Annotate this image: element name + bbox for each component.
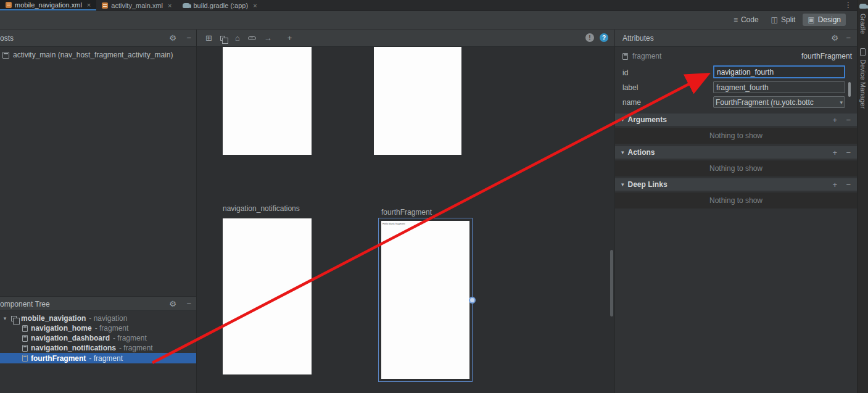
xml-file-icon — [102, 2, 108, 9]
hide-panel-icon[interactable]: − — [186, 300, 191, 308]
component-name: fourthFragment — [801, 52, 852, 60]
name-label: name — [622, 98, 641, 107]
tree-item-navigation-home[interactable]: navigation_home - fragment — [0, 323, 196, 333]
tree-item-type: - navigation — [89, 314, 127, 323]
remove-action-icon[interactable]: − — [846, 148, 851, 157]
tree-item-name: navigation_dashboard — [31, 334, 110, 342]
add-action-icon[interactable]: + — [832, 148, 837, 157]
action-connection-handle[interactable] — [469, 297, 476, 304]
divider[interactable] — [614, 30, 615, 393]
gradle-icon[interactable] — [859, 4, 867, 9]
panel-scrollbar[interactable] — [848, 82, 851, 97]
canvas-scrollbar[interactable] — [610, 250, 613, 316]
split-icon: ◫ — [771, 15, 778, 24]
host-item-label: activity_main (nav_host_fragment_activit… — [13, 51, 173, 59]
design-view-button[interactable]: ▣ Design — [803, 14, 846, 26]
id-label: id — [622, 68, 628, 77]
fragment-icon — [22, 355, 28, 362]
name-dropdown-value: FourthFragment (ru.yotc.bottc — [716, 98, 814, 107]
tab-build-gradle[interactable]: build.gradle (:app) × — [177, 0, 262, 10]
add-destination-icon[interactable]: ⊞ — [205, 33, 212, 43]
label-input[interactable] — [713, 81, 845, 93]
design-label: Design — [818, 15, 841, 24]
activity-icon — [2, 52, 9, 59]
device-manager-icon[interactable] — [860, 48, 866, 56]
section-title: Deep Links — [628, 180, 668, 189]
tree-item-type: - fragment — [119, 344, 153, 352]
deep-link-icon[interactable] — [248, 36, 256, 40]
component-tree: ▾ mobile_navigation - navigation navigat… — [0, 311, 196, 393]
auto-arrange-icon[interactable] — [220, 36, 225, 41]
tree-item-navigation-dashboard[interactable]: navigation_dashboard - fragment — [0, 333, 196, 343]
close-icon[interactable]: × — [168, 2, 172, 9]
fragment-icon — [22, 335, 28, 342]
action-arrow-icon[interactable]: → — [264, 33, 272, 43]
design-icon: ▣ — [808, 15, 814, 24]
fragment-preview-fourth-selected[interactable]: Hello blank fragment — [378, 218, 473, 382]
actions-empty-state: Nothing to show — [615, 160, 857, 176]
tab-label: activity_main.xml — [111, 2, 163, 9]
tree-item-type: - fragment — [95, 324, 129, 333]
fragment-icon — [622, 53, 628, 60]
tree-item-type: - fragment — [89, 354, 123, 363]
add-deep-link-icon[interactable]: + — [832, 180, 837, 189]
tree-item-fourthfragment-selected[interactable]: fourthFragment - fragment — [0, 353, 196, 363]
hide-panel-icon[interactable]: − — [186, 34, 191, 42]
host-item-activity-main[interactable]: activity_main (nav_host_fragment_activit… — [0, 49, 196, 60]
split-label: Split — [781, 15, 795, 24]
section-actions[interactable]: ▾ Actions + − — [615, 146, 857, 159]
home-icon[interactable]: ⌂ — [235, 33, 240, 43]
navigation-graph-icon — [11, 316, 17, 321]
chevron-down-icon: ▾ — [840, 99, 843, 105]
fragment-icon — [22, 325, 28, 332]
id-input[interactable] — [713, 65, 845, 78]
divider[interactable] — [196, 30, 197, 393]
gear-icon[interactable]: ⚙ — [169, 300, 176, 308]
gradle-tool-button[interactable]: Gradle — [859, 14, 867, 34]
hide-panel-icon[interactable]: − — [846, 34, 851, 42]
close-icon[interactable]: × — [253, 2, 257, 9]
remove-argument-icon[interactable]: − — [846, 115, 851, 125]
gear-icon[interactable]: ⚙ — [169, 34, 176, 42]
fragment-preview-notifications[interactable] — [223, 218, 312, 374]
section-arguments[interactable]: ▾ Arguments + − — [615, 114, 857, 126]
magic-fix-icon[interactable]: + — [287, 33, 292, 43]
tree-item-name: navigation_notifications — [31, 344, 116, 352]
help-icon[interactable]: ? — [600, 33, 608, 42]
right-tool-strip: Gradle Device Manager — [857, 0, 868, 393]
tab-activity-main[interactable]: activity_main.xml × — [96, 0, 177, 10]
component-type: fragment — [632, 52, 661, 60]
section-deep-links[interactable]: ▾ Deep Links + − — [615, 178, 857, 191]
code-view-button[interactable]: ≡ Code — [729, 14, 764, 26]
fragment-preview-home[interactable] — [223, 47, 312, 155]
device-manager-tool-button[interactable]: Device Manager — [859, 59, 867, 109]
component-tree-title: omponent Tree — [0, 300, 50, 308]
chevron-down-icon: ▾ — [621, 181, 624, 188]
selected-component-row: fragment fourthFragment — [622, 51, 852, 62]
tree-item-navigation-notifications[interactable]: navigation_notifications - fragment — [0, 343, 196, 353]
remove-deep-link-icon[interactable]: − — [846, 180, 851, 189]
more-options-icon[interactable]: ⋮ — [845, 1, 852, 9]
close-icon[interactable]: × — [87, 1, 91, 9]
tree-item-mobile-navigation[interactable]: ▾ mobile_navigation - navigation — [0, 313, 196, 323]
attributes-panel-header: Attributes ⚙ − — [615, 30, 857, 47]
tab-label: mobile_navigation.xml — [15, 1, 82, 9]
tree-item-name: mobile_navigation — [21, 314, 86, 323]
name-dropdown[interactable]: FourthFragment (ru.yotc.bottc ▾ — [713, 96, 845, 108]
gear-icon[interactable]: ⚙ — [831, 34, 838, 42]
chevron-down-icon[interactable]: ▾ — [2, 315, 8, 321]
destination-label-notifications: navigation_notifications — [223, 204, 300, 213]
chevron-down-icon: ▾ — [621, 149, 624, 155]
warning-icon[interactable]: ! — [585, 33, 594, 42]
tab-mobile-navigation[interactable]: mobile_navigation.xml × — [0, 0, 96, 10]
xml-file-icon — [6, 2, 12, 8]
add-argument-icon[interactable]: + — [832, 115, 837, 125]
split-view-button[interactable]: ◫ Split — [766, 14, 801, 26]
attributes-panel: fragment fourthFragment id label name Fo… — [615, 47, 857, 393]
design-canvas[interactable]: navigation_notifications fourthFragment … — [197, 47, 614, 393]
fragment-preview-dashboard[interactable] — [374, 47, 461, 155]
tree-item-name: fourthFragment — [31, 354, 86, 363]
component-tree-header: omponent Tree ⚙ − — [0, 296, 196, 311]
code-label: Code — [741, 15, 759, 24]
code-icon: ≡ — [734, 15, 738, 24]
